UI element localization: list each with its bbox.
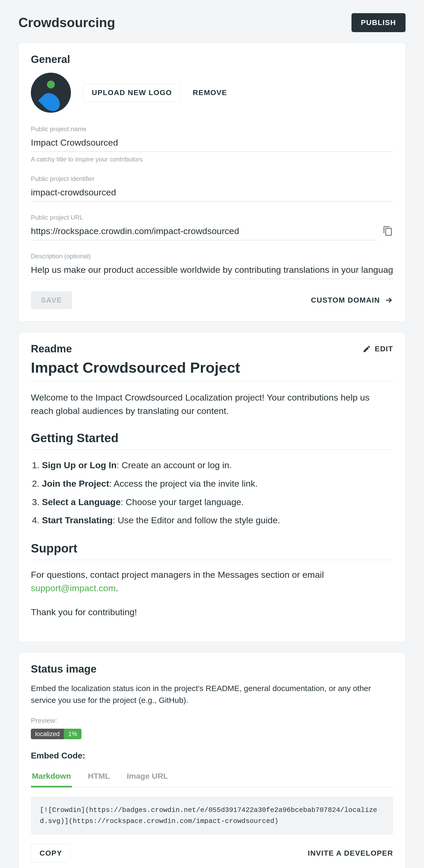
project-id-label: Public project identifier	[31, 175, 393, 183]
edit-readme-button[interactable]: EDIT	[363, 345, 393, 353]
invite-developer-button[interactable]: INVITE A DEVELOPER	[308, 849, 393, 858]
badge-left: localized	[31, 729, 64, 739]
project-logo	[31, 73, 71, 113]
publish-button[interactable]: PUBLISH	[351, 13, 405, 32]
project-name-input[interactable]	[31, 135, 393, 152]
preview-label: Preview:	[31, 717, 393, 725]
step-4: Start Translating: Use the Editor and fo…	[42, 513, 393, 528]
tab-image-url[interactable]: Image URL	[126, 768, 169, 787]
general-heading: General	[31, 54, 393, 65]
save-button[interactable]: SAVE	[31, 291, 72, 309]
readme-intro: Welcome to the Impact Crowdsourced Local…	[31, 391, 393, 418]
readme-heading: Readme	[31, 343, 72, 355]
copy-button[interactable]: COPY	[31, 844, 71, 863]
readme-title: Impact Crowdsourced Project	[31, 359, 393, 381]
pencil-icon	[363, 345, 371, 353]
page-title: Crowdsourcing	[19, 15, 115, 30]
step-3: Select a Language: Choose your target la…	[42, 495, 393, 510]
status-card: Status image Embed the localization stat…	[19, 652, 405, 868]
support-email-link[interactable]: support@impact.com	[31, 583, 116, 593]
status-description: Embed the localization status icon in th…	[31, 682, 393, 706]
project-name-label: Public project name	[31, 125, 393, 133]
arrow-right-icon	[384, 296, 393, 305]
custom-domain-label: CUSTOM DOMAIN	[311, 296, 380, 304]
support-heading: Support	[31, 541, 393, 560]
edit-label: EDIT	[375, 345, 393, 353]
remove-logo-button[interactable]: REMOVE	[193, 89, 227, 97]
project-url-input[interactable]	[31, 223, 377, 241]
thanks-text: Thank you for contributing!	[31, 606, 393, 619]
status-heading: Status image	[31, 663, 393, 675]
getting-started-heading: Getting Started	[31, 431, 393, 450]
upload-logo-button[interactable]: UPLOAD NEW LOGO	[83, 84, 180, 102]
readme-card: Readme EDIT Impact Crowdsourced Project …	[19, 332, 405, 642]
copy-url-icon[interactable]	[383, 226, 393, 238]
tab-markdown[interactable]: Markdown	[31, 768, 72, 787]
description-label: Description (optional)	[31, 253, 393, 260]
support-text: For questions, contact project managers …	[31, 568, 393, 595]
embed-code-label: Embed Code:	[31, 751, 393, 761]
project-id-input[interactable]	[31, 185, 393, 202]
description-input[interactable]	[31, 262, 393, 279]
tab-html[interactable]: HTML	[87, 768, 111, 787]
project-url-label: Public project URL	[31, 214, 393, 221]
status-badge: localized 1%	[31, 729, 82, 739]
badge-right: 1%	[64, 729, 82, 739]
step-1: Sign Up or Log In: Create an account or …	[42, 458, 393, 473]
embed-code-block[interactable]: [![Crowdin](https://badges.crowdin.net/e…	[31, 797, 393, 835]
project-name-hint: A catchy title to inspire your contribut…	[31, 156, 393, 163]
step-2: Join the Project: Access the project via…	[42, 476, 393, 491]
general-card: General UPLOAD NEW LOGO REMOVE Public pr…	[19, 43, 405, 321]
custom-domain-button[interactable]: CUSTOM DOMAIN	[311, 296, 393, 305]
